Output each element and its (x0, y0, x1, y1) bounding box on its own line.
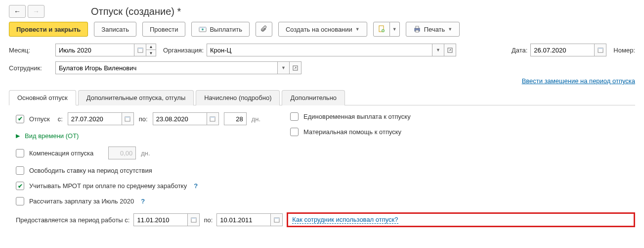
number-label: Номер: (613, 47, 635, 54)
calendar-icon[interactable] (134, 44, 146, 56)
svg-rect-15 (125, 117, 130, 118)
org-open[interactable] (444, 44, 456, 56)
material-help-label: Материальная помощь к отпуску (303, 128, 401, 136)
to-date-input[interactable] (153, 112, 207, 125)
vacation-usage-link[interactable]: Как сотрудник использовал отпуск? (292, 216, 398, 224)
date-input[interactable] (530, 44, 595, 56)
svg-rect-21 (274, 218, 279, 219)
chevron-down-icon: ▼ (392, 27, 397, 32)
compensation-unit: дн. (141, 149, 150, 157)
chevron-right-icon: ▶ (16, 133, 20, 139)
svg-point-1 (202, 29, 204, 31)
calendar-icon[interactable] (207, 112, 219, 125)
attach-button[interactable] (256, 22, 272, 37)
days-unit: дн. (252, 115, 260, 123)
date-label: Дата: (512, 47, 527, 54)
from-label: с: (58, 115, 63, 123)
compensation-label: Компенсация отпуска (29, 149, 93, 157)
back-button[interactable]: ← (9, 5, 26, 18)
mrot-label: Учитывать МРОТ при оплате по среднему за… (29, 182, 187, 190)
tab-extra[interactable]: Дополнительно (282, 90, 345, 105)
money-icon (199, 25, 207, 33)
days-input[interactable] (224, 112, 247, 125)
substitution-link[interactable]: Ввести замещение на период отпуска (522, 77, 635, 85)
employee-dropdown[interactable]: ▼ (278, 61, 290, 74)
calc-salary-label: Рассчитать зарплату за Июль 2020 (29, 198, 134, 205)
doc-action-button[interactable] (373, 22, 390, 37)
svg-rect-2 (199, 27, 206, 28)
period-to-label: по: (204, 216, 213, 224)
one-time-label: Единовременная выплата к отпуску (303, 113, 411, 120)
svg-rect-6 (416, 26, 419, 28)
mrot-checkbox[interactable] (16, 182, 24, 190)
printer-icon (413, 25, 421, 33)
time-type-link[interactable]: Вид времени (ОТ) (25, 132, 79, 140)
vacation-checkbox[interactable] (16, 115, 24, 123)
employee-label: Сотрудник: (9, 64, 52, 72)
svg-rect-7 (416, 30, 419, 32)
calc-salary-checkbox[interactable] (16, 197, 24, 205)
paperclip-icon (260, 25, 268, 33)
period-label: Предоставляется за период работы с: (16, 216, 129, 224)
calendar-icon[interactable] (271, 213, 283, 226)
org-dropdown[interactable]: ▼ (432, 44, 444, 56)
month-up[interactable]: ▲ (146, 44, 156, 50)
free-rate-checkbox[interactable] (16, 166, 24, 175)
from-date-input[interactable] (68, 112, 122, 125)
usage-highlight: Как сотрудник использовал отпуск? (287, 212, 635, 227)
calendar-icon[interactable] (122, 112, 134, 125)
org-input[interactable] (207, 44, 432, 56)
period-from-input[interactable] (133, 213, 188, 226)
compensation-input (108, 147, 136, 159)
calendar-icon[interactable] (595, 44, 606, 56)
compensation-checkbox[interactable] (16, 149, 24, 157)
doc-action-dropdown[interactable]: ▼ (390, 22, 400, 37)
tab-accrued[interactable]: Начислено (подробно) (196, 90, 280, 105)
month-label: Месяц: (9, 47, 52, 54)
month-input[interactable] (55, 44, 134, 56)
tab-main[interactable]: Основной отпуск (9, 90, 76, 105)
post-and-close-button[interactable]: Провести и закрыть (9, 22, 88, 37)
tabs: Основной отпуск Дополнительные отпуска, … (9, 90, 635, 105)
employee-open[interactable] (290, 61, 301, 74)
pay-button[interactable]: Выплатить (191, 22, 250, 37)
post-button[interactable]: Провести (142, 22, 186, 37)
svg-rect-12 (598, 48, 603, 49)
create-based-button[interactable]: Создать на основании ▼ (278, 22, 367, 37)
month-down[interactable]: ▼ (146, 50, 156, 56)
help-icon[interactable]: ? (139, 198, 147, 205)
to-label: по: (139, 115, 148, 123)
help-icon[interactable]: ? (192, 182, 200, 190)
vacation-label: Отпуск (29, 115, 50, 123)
tab-additional[interactable]: Дополнительные отпуска, отгулы (78, 90, 194, 105)
free-rate-label: Освободить ставку на период отсутствия (29, 167, 152, 174)
svg-rect-9 (138, 48, 143, 49)
chevron-down-icon: ▼ (448, 27, 452, 32)
document-icon (378, 25, 386, 33)
save-button[interactable]: Записать (94, 22, 136, 37)
one-time-checkbox[interactable] (290, 112, 299, 121)
print-button[interactable]: Печать ▼ (406, 22, 460, 37)
period-to-input[interactable] (216, 213, 271, 226)
org-label: Организация: (163, 47, 204, 54)
svg-rect-17 (210, 117, 215, 118)
forward-button[interactable]: → (28, 5, 44, 18)
page-title: Отпуск (создание) * (91, 6, 181, 17)
employee-input[interactable] (55, 61, 278, 74)
calendar-icon[interactable] (188, 213, 200, 226)
chevron-down-icon: ▼ (355, 27, 360, 32)
svg-rect-19 (191, 218, 196, 219)
doc-action-group: ▼ (373, 22, 400, 37)
material-help-checkbox[interactable] (290, 128, 299, 136)
